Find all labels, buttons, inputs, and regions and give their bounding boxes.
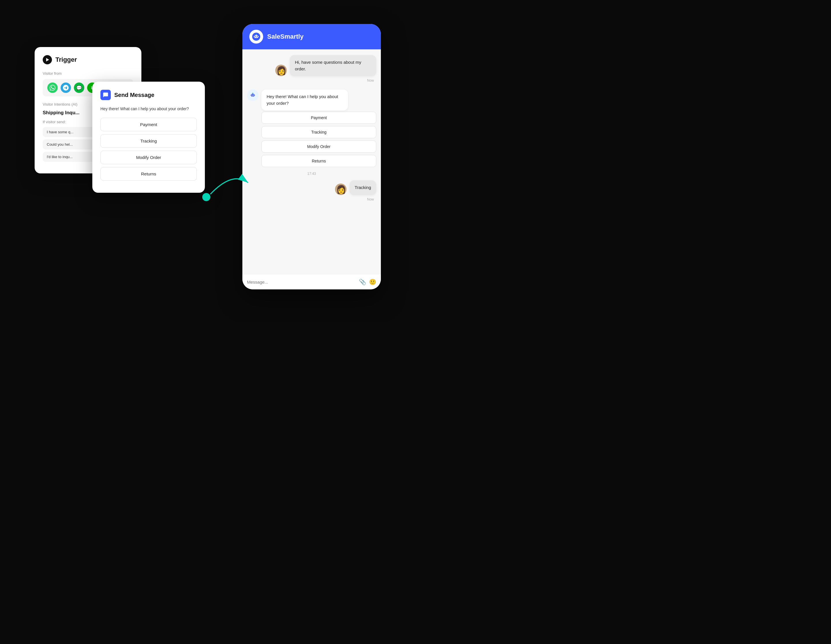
wechat-icon[interactable]: 💬 [74,83,84,93]
timestamp-2: Now [247,197,376,201]
message-input[interactable] [247,280,356,285]
visitor-from-label: Visitor from [43,71,133,76]
quick-modify[interactable]: Modify Order [261,140,376,153]
play-icon [43,55,52,64]
chat-header: SaleSmartly [242,24,381,49]
send-msg-header: Send Message [100,90,197,100]
trigger-title: Trigger [56,56,77,64]
chat-input-bar: 📎 🙂 [242,274,381,289]
chat-body: Hi, have some questions about my order. … [242,49,381,274]
bot-avatar [249,30,263,44]
svg-rect-19 [254,95,255,95]
user-message-1-row: Hi, have some questions about my order. [247,55,376,76]
svg-point-14 [253,95,254,95]
chat-bot-name: SaleSmartly [267,33,304,40]
user-bubble-1: Hi, have some questions about my order. [290,55,376,76]
main-scene: Trigger Visitor from 💬 L Visitor Intenti [35,24,381,298]
svg-rect-9 [254,36,255,37]
send-msg-icon [100,90,111,100]
svg-rect-6 [256,37,257,38]
quick-payment[interactable]: Payment [261,112,376,124]
bot-message-row: Hey there! What can I help you about you… [247,89,376,167]
svg-point-13 [252,95,253,95]
user-bubble-2: Tracking [349,180,376,195]
quick-returns[interactable]: Returns [261,155,376,167]
quick-tracking[interactable]: Tracking [261,126,376,138]
chat-phone: SaleSmartly Hi, have some questions abou… [242,24,381,289]
user-avatar-1 [275,65,287,76]
returns-button[interactable]: Returns [100,167,197,181]
svg-rect-18 [251,95,252,95]
svg-rect-10 [258,36,259,37]
trigger-header: Trigger [43,55,133,64]
modify-order-button[interactable]: Modify Order [100,151,197,164]
svg-point-8 [256,34,257,35]
send-msg-body: Hey there! What can I help you about you… [100,106,197,112]
bot-avatar-inline [247,89,258,101]
user-message-2-row: Tracking [247,180,376,195]
whatsapp-icon[interactable] [47,83,58,93]
svg-point-17 [253,92,253,93]
payment-button[interactable]: Payment [100,118,197,131]
attachment-icon[interactable]: 📎 [359,278,366,285]
svg-point-4 [255,36,256,37]
tracking-button[interactable]: Tracking [100,134,197,148]
telegram-icon[interactable] [60,83,71,93]
bot-message-content: Hey there! What can I help you about you… [261,89,376,167]
user-avatar-2 [335,183,347,195]
send-message-card: Send Message Hey there! What can I help … [92,82,205,193]
timestamp-center: 17:43 [247,172,376,176]
svg-point-1 [202,193,210,201]
svg-point-5 [256,36,258,37]
quick-replies: Payment Tracking Modify Order Returns [261,112,376,167]
timestamp-1: Now [247,78,376,83]
bot-bubble-1: Hey there! What can I help you about you… [261,89,348,111]
send-msg-title: Send Message [114,92,154,99]
svg-rect-15 [252,96,253,96]
emoji-icon[interactable]: 🙂 [369,278,376,285]
